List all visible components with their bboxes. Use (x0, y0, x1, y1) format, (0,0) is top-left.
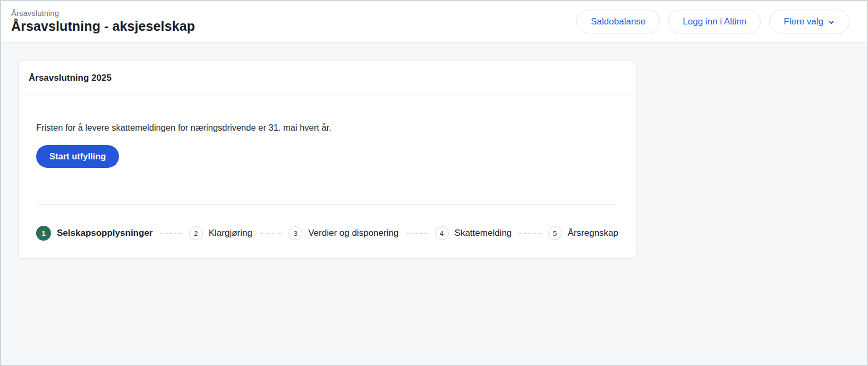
stepper-step-verdier-og-disponering[interactable]: 3 Verdier og disponering (288, 226, 398, 240)
header-titles: Årsavslutning Årsavslutning - aksjeselsk… (11, 8, 195, 35)
stepper-step-skattemelding[interactable]: 4 Skattemelding (435, 226, 512, 240)
saldobalanse-button-label: Saldobalanse (591, 16, 645, 27)
card-body: Fristen for å levere skattemeldingen for… (19, 95, 636, 258)
card-title: Årsavslutning 2025 (29, 73, 625, 83)
altinn-login-button[interactable]: Logg inn i Altinn (668, 10, 761, 33)
step-number-badge: 1 (36, 226, 51, 241)
stepper-divider (36, 204, 618, 205)
altinn-login-button-label: Logg inn i Altinn (683, 16, 746, 27)
app-window: Årsavslutning Årsavslutning - aksjeselsk… (0, 0, 868, 366)
chevron-down-icon (828, 19, 835, 26)
step-label: Verdier og disponering (308, 228, 398, 239)
page-header: Årsavslutning Årsavslutning - aksjeselsk… (1, 1, 867, 42)
step-connector (406, 233, 427, 234)
main-content: Årsavslutning 2025 Fristen for å levere … (1, 42, 867, 259)
more-options-button[interactable]: Flere valg (769, 10, 849, 33)
year-end-card: Årsavslutning 2025 Fristen for å levere … (18, 61, 636, 259)
page-title: Årsavslutning - aksjeselskap (11, 18, 195, 35)
step-number-badge: 2 (189, 226, 203, 240)
step-number-badge: 4 (435, 226, 449, 240)
step-label: Årsregnskap (568, 228, 618, 239)
card-header: Årsavslutning 2025 (19, 61, 636, 95)
more-options-button-label: Flere valg (784, 16, 823, 27)
step-connector (160, 233, 181, 234)
saldobalanse-button[interactable]: Saldobalanse (576, 10, 660, 33)
step-label: Klargjøring (209, 228, 252, 239)
stepper-step-klargjoring[interactable]: 2 Klargjøring (189, 226, 252, 240)
step-label: Selskapsopplysninger (57, 228, 152, 239)
header-actions: Saldobalanse Logg inn i Altinn Flere val… (576, 10, 849, 33)
start-filling-button[interactable]: Start utfylling (36, 145, 119, 168)
step-number-badge: 3 (288, 226, 302, 240)
step-connector (260, 233, 281, 234)
stepper-step-selskapsopplysninger[interactable]: 1 Selskapsopplysninger (36, 226, 152, 241)
stepper: 1 Selskapsopplysninger 2 Klargjøring 3 V… (36, 226, 618, 241)
step-label: Skattemelding (455, 228, 512, 239)
breadcrumb[interactable]: Årsavslutning (11, 8, 195, 18)
step-number-badge: 5 (548, 226, 562, 240)
deadline-text: Fristen for å levere skattemeldingen for… (36, 122, 618, 134)
step-connector (519, 233, 540, 234)
stepper-step-arsregnskap[interactable]: 5 Årsregnskap (548, 226, 618, 240)
